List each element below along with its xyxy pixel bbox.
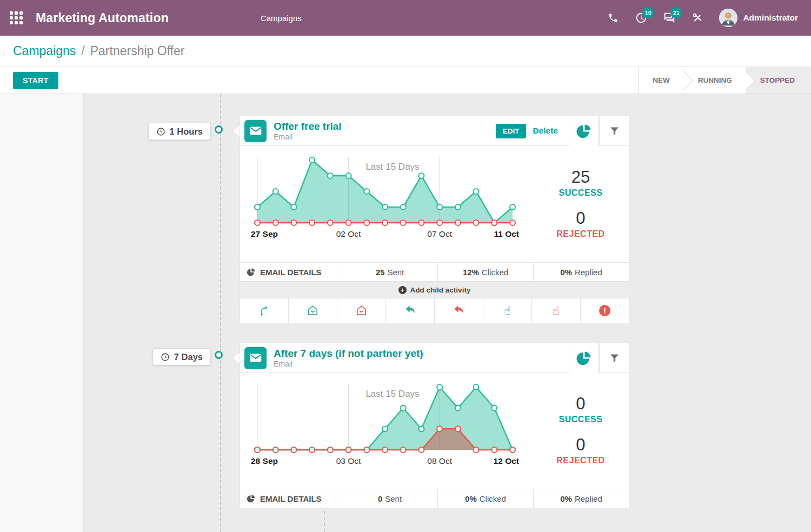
delay-badge-2[interactable]: 7 Days [152,348,211,365]
email-details-label: EMAIL DETAILS [260,494,322,503]
edit-button[interactable]: EDIT [496,124,527,138]
svg-text:27 Sep: 27 Sep [251,229,278,238]
svg-text:28 Sep: 28 Sep [251,456,278,466]
canvas-left-strip [0,94,84,532]
tools-icon[interactable] [691,11,704,24]
clicked-cell[interactable]: 12% Clicked [438,263,534,282]
delay-label: 7 Days [174,352,203,362]
pie-chart-icon [247,268,256,277]
rejected-count: 0 [556,435,604,455]
replied-cell[interactable]: 0% Replied [534,489,629,508]
activity-title[interactable]: After 7 days (if not partner yet) [274,348,562,360]
user-menu[interactable]: Administrator [719,9,798,27]
status-stopped[interactable]: STOPPED [746,67,811,94]
pie-chart-icon [247,494,256,503]
tab-graph[interactable] [569,343,599,374]
clock-icon [161,353,170,362]
svg-text:03 Oct: 03 Oct [336,456,361,466]
clicked-cell[interactable]: 0% Clicked [438,489,534,508]
child-trigger-row: ☝ ☝ ! [240,298,629,323]
apps-menu-icon[interactable] [10,11,23,24]
svg-text:11 Oct: 11 Oct [494,229,519,238]
rejected-label: REJECTED [556,456,604,466]
clock-icon [156,127,165,136]
not-clicked-trigger-icon[interactable]: ☝ [532,298,581,323]
email-details-cell[interactable]: EMAIL DETAILS [240,489,342,508]
delay-label: 1 Hours [170,127,203,137]
menu-campaigns[interactable]: Campaigns [261,14,302,23]
activity-card-after-7-days: After 7 days (if not partner yet) Email … [240,343,629,508]
add-child-activity-button[interactable]: + Add child activity [240,282,629,298]
svg-text:Last 15 Days: Last 15 Days [365,162,419,172]
activity-stats: 0 SUCCESS 0 REJECTED [533,373,629,489]
card-pointer-arrow [234,125,240,136]
activity-chart: Last 15 Days28 Sep03 Oct08 Oct12 Oct [240,373,533,489]
bounced-trigger-icon[interactable]: ! [581,298,629,323]
pie-chart-icon [576,350,592,367]
delay-badge-1[interactable]: 1 Hours [148,123,211,140]
replied-trigger-icon[interactable] [386,298,435,323]
plus-icon: + [398,286,407,294]
filter-icon [609,125,620,137]
page-title: Partnership Offer [90,44,185,58]
rejected-count: 0 [556,209,604,228]
tab-filter[interactable] [600,116,629,146]
activity-stats: 25 SUCCESS 0 REJECTED [533,146,629,262]
svg-text:08 Oct: 08 Oct [427,456,452,466]
email-details-cell[interactable]: EMAIL DETAILS [240,263,342,282]
activity-trigger-icon[interactable] [240,298,289,323]
email-type-icon [244,120,267,142]
svg-text:Last 15 Days: Last 15 Days [365,389,419,399]
sent-cell[interactable]: 25 Sent [342,263,438,282]
not-opened-trigger-icon[interactable] [337,298,386,323]
activity-header: After 7 days (if not partner yet) Email [240,343,569,373]
messages-badge: 21 [670,7,682,18]
messages-icon[interactable]: 21 [663,11,676,24]
breadcrumb-separator: / [81,44,84,58]
opened-trigger-icon[interactable] [289,298,337,323]
user-name: Administrator [743,13,798,23]
clicked-trigger-icon[interactable]: ☝ [483,298,532,323]
rejected-label: REJECTED [556,229,604,239]
phone-icon[interactable] [607,11,620,24]
svg-text:02 Oct: 02 Oct [336,229,361,238]
filter-icon [609,353,620,364]
status-new[interactable]: NEW [639,67,684,94]
app-title: Marketing Automation [36,11,169,25]
activity-type: Email [274,360,562,368]
delete-link[interactable]: Delete [533,126,558,136]
action-bar: START NEW RUNNING STOPPED [0,67,811,94]
svg-text:12 Oct: 12 Oct [494,456,519,466]
child-timeline-dashed-line [324,511,325,532]
top-navbar: Marketing Automation Campaigns 10 21 Adm… [0,0,811,36]
activity-title[interactable]: Offer free trial [274,121,496,132]
success-count: 25 [559,168,603,187]
breadcrumb-campaigns-link[interactable]: Campaigns [13,44,76,58]
campaign-canvas: 1 Hours 7 Days Offer free trial Email ED… [0,94,811,532]
replied-cell[interactable]: 0% Replied [534,263,629,282]
breadcrumb: Campaigns / Partnership Offer [0,36,811,67]
tab-filter[interactable] [600,343,629,373]
sent-cell[interactable]: 0 Sent [342,489,438,508]
status-pipeline: NEW RUNNING STOPPED [638,67,811,94]
activities-clock-icon[interactable]: 10 [635,11,648,24]
tab-graph[interactable] [569,116,599,147]
activities-badge: 10 [642,7,654,18]
activity-header: Offer free trial Email EDIT Delete [240,116,569,146]
systray: 10 21 Administrator [607,9,798,27]
email-type-icon [244,347,267,369]
email-details-label: EMAIL DETAILS [260,268,322,277]
success-count: 0 [559,394,603,414]
card-pointer-arrow [234,353,240,363]
timeline-node-2 [215,351,223,359]
activity-type: Email [274,132,496,141]
svg-text:07 Oct: 07 Oct [427,229,452,238]
not-replied-trigger-icon[interactable] [435,298,483,323]
timeline-dashed-line [220,94,221,532]
start-button[interactable]: START [13,72,58,89]
activity-chart: Last 15 Days27 Sep02 Oct07 Oct11 Oct [240,146,533,262]
pie-chart-icon [576,123,592,139]
activity-card-offer-free-trial: Offer free trial Email EDIT Delete [240,116,629,323]
success-label: SUCCESS [559,415,603,424]
avatar [719,9,737,27]
